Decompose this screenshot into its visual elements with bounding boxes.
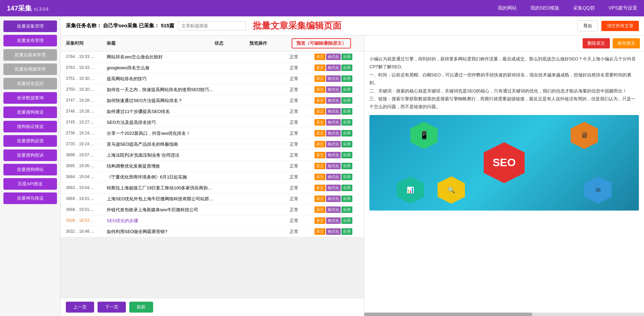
btn-yuanwen[interactable]: 原文 xyxy=(314,163,325,169)
table-row[interactable]: 3745．19:27:… SEO方法及提高排名技巧 正常 原文 格式化 应用 xyxy=(61,117,364,128)
btn-yingying[interactable]: 应用 xyxy=(341,163,352,169)
btn-yingying[interactable]: 应用 xyxy=(341,152,352,158)
btn-geishi[interactable]: 格式化 xyxy=(326,75,341,82)
save-original-button[interactable]: 保存原文 xyxy=(613,38,640,48)
btn-yuanwen[interactable]: 原文 xyxy=(314,130,325,137)
table-row[interactable]: 3747．19:28:… 如何快速通过SEO方法提高网站排名？ 正常 原文 格式… xyxy=(61,95,364,106)
btn-yingying[interactable]: 应用 xyxy=(341,141,352,147)
delete-original-button[interactable]: 删除原文 xyxy=(583,38,610,48)
btn-yingying[interactable]: 应用 xyxy=(341,174,352,180)
sidebar-item-collect-manage[interactable]: 批量采集管理 xyxy=(3,20,57,32)
btn-yingying[interactable]: 应用 xyxy=(341,185,352,191)
table-row[interactable]: 3683．19:04:… 特斯拉上海超级工厂19日复工推动100多家供应商协..… xyxy=(61,183,364,193)
table-scroll[interactable]: 3764．19:33:… 网站排名seo怎么做会比较好 正常 原文 格式化 应用… xyxy=(61,52,364,298)
preview-header-box[interactable]: 预览（可编辑/删除原文） xyxy=(292,38,351,48)
table-row[interactable]: 3685．19:05:… 结构调整优化发展提质增效 正常 原文 格式化 应用 xyxy=(61,161,364,172)
prev-page-button[interactable]: 上一页 xyxy=(66,302,94,313)
table-row[interactable]: 3735．19:24:… 亚马逊SEO提高产品排名的终极指南 正常 原文 格式化… xyxy=(61,139,364,150)
table-row[interactable]: 3751．19:30:… 提高网站排名的技巧 正常 原文 格式化 应用 xyxy=(61,73,364,84)
btn-yuanwen[interactable]: 原文 xyxy=(314,119,325,126)
btn-geishi[interactable]: 格式化 xyxy=(326,119,341,126)
table-row[interactable]: 3698．19:07:… 上海法院判决'负面压制业务'合同违法 正常 原文 格式… xyxy=(61,150,364,161)
btn-yingying[interactable]: 应用 xyxy=(341,228,352,235)
sidebar-item-publish-manage[interactable]: 批量发布管理 xyxy=(3,35,57,46)
btn-yuanwen[interactable]: 原文 xyxy=(314,86,325,93)
cell-title: SEO方法及提高排名技巧 xyxy=(107,119,280,126)
table-row[interactable]: 3668．19:01:… 外链代发包收录上海新媒体seo牛巨微科技公司 正常 原… xyxy=(61,204,364,215)
sidebar-item-sogou-verify[interactable]: 搜狗验证推送 xyxy=(3,121,57,132)
btn-yuanwen[interactable]: 原文 xyxy=(314,64,325,71)
btn-geishi[interactable]: 格式化 xyxy=(326,108,341,115)
sidebar-item-record-query[interactable]: 收录数据查询 xyxy=(3,92,57,104)
btn-yuanwen[interactable]: 原文 xyxy=(314,108,325,115)
refresh-button[interactable]: 刷新 xyxy=(129,302,153,313)
btn-yingying[interactable]: 应用 xyxy=(341,217,352,224)
btn-yuanwen[interactable]: 原文 xyxy=(314,217,325,224)
btn-geishi[interactable]: 格式化 xyxy=(326,97,341,104)
sidebar-item-video-manage[interactable]: 批量短视频管理 xyxy=(3,63,57,75)
table-row[interactable]: 3750．19:30:… 如何在一天之内，快速提高网站排名的使用SEO技巧...… xyxy=(61,84,364,95)
table-row[interactable]: 3684．19:04:… 《宁夏优化营商环境条例》6月1日起实施 正常 原文 格… xyxy=(61,172,364,183)
btn-yuanwen[interactable]: 原文 xyxy=(314,75,325,82)
nav-my-site[interactable]: 我的网站 xyxy=(498,5,517,11)
preview-content[interactable]: 小编认为就是通过引擎，得到好的，获得更多网站度我们称作流量，最后成成交。那么到底… xyxy=(364,52,644,313)
sidebar-item-sogou-push[interactable]: 批量搜狗推送 xyxy=(3,106,57,118)
btn-yuanwen[interactable]: 原文 xyxy=(314,97,325,104)
btn-yuanwen[interactable]: 原文 xyxy=(314,206,325,213)
btn-geishi[interactable]: 格式化 xyxy=(326,228,341,235)
btn-geishi[interactable]: 格式化 xyxy=(326,196,341,202)
table-row[interactable]: 3669．19:01:… 上海SEO优化外包上海牛巨微网络科技有限公司站群...… xyxy=(61,193,364,204)
sidebar-item-sogou-complaint[interactable]: 批量搜狗投诉 xyxy=(3,149,57,161)
cell-action: 原文 格式化 应用 xyxy=(308,86,359,93)
btn-yuanwen[interactable]: 原文 xyxy=(314,54,325,60)
btn-yuanwen[interactable]: 原文 xyxy=(314,141,325,147)
btn-geishi[interactable]: 格式化 xyxy=(326,185,341,191)
export-button[interactable]: 导出 xyxy=(577,20,598,31)
next-page-button[interactable]: 下一页 xyxy=(98,302,126,313)
table-row[interactable]: 3764．19:33:… 网站排名seo怎么做会比较好 正常 原文 格式化 应用 xyxy=(61,52,364,62)
sidebar-item-baidu-api[interactable]: 百度API推送 xyxy=(3,178,57,190)
sidebar-item-sogou-bind[interactable]: 批量搜狗绑站 xyxy=(3,164,57,175)
btn-yingying[interactable]: 应用 xyxy=(341,206,352,213)
btn-geishi[interactable]: 格式化 xyxy=(326,152,341,158)
btn-geishi[interactable]: 格式化 xyxy=(326,206,341,213)
btn-yuanwen[interactable]: 原文 xyxy=(314,228,325,235)
btn-yuanwen[interactable]: 原文 xyxy=(314,185,325,191)
btn-yingying[interactable]: 应用 xyxy=(341,64,352,71)
btn-yingying[interactable]: 应用 xyxy=(341,86,352,93)
btn-yingying[interactable]: 应用 xyxy=(341,97,352,104)
btn-yingying[interactable]: 应用 xyxy=(341,108,352,115)
btn-yuanwen[interactable]: 原文 xyxy=(314,196,325,202)
nav-my-seo[interactable]: 我的SEO模版 xyxy=(530,5,560,11)
search-input[interactable] xyxy=(178,21,246,30)
btn-yuanwen[interactable]: 原文 xyxy=(314,174,325,180)
sidebar-item-rank-monitor[interactable]: 批量排名监控 xyxy=(3,78,57,89)
btn-geishi[interactable]: 格式化 xyxy=(326,86,341,93)
btn-geishi[interactable]: 格式化 xyxy=(326,174,341,180)
btn-yingying[interactable]: 应用 xyxy=(341,75,352,82)
btn-yingying[interactable]: 应用 xyxy=(341,119,352,126)
btn-yingying[interactable]: 应用 xyxy=(341,130,352,137)
btn-geishi[interactable]: 格式化 xyxy=(326,54,341,60)
table-row[interactable]: 3632．18:48:… 如何利用SEO做全网霸屏营销? 正常 原文 格式化 应… xyxy=(61,226,364,237)
btn-yingying[interactable]: 应用 xyxy=(341,196,352,202)
sidebar-item-shenma-push[interactable]: 批量神马推送 xyxy=(3,192,57,204)
table-row[interactable]: 3746．19:28:… 如何通过11个步骤提高SEO排名 正常 原文 格式化 … xyxy=(61,106,364,117)
table-row[interactable]: 3763．19:33:… googleseo排名怎么做 正常 原文 格式化 应用 xyxy=(61,62,364,73)
btn-geishi[interactable]: 格式化 xyxy=(326,217,341,224)
cell-action: 原文 格式化 应用 xyxy=(308,196,359,202)
table-row[interactable]: 3736．19:24:… 分享一个2022新风口，抖音seo优化排名！ 正常 原… xyxy=(61,128,364,139)
nav-vps-setting[interactable]: VPS拨号设置 xyxy=(609,5,637,11)
sidebar-item-media-manage[interactable]: 批量自媒体管理 xyxy=(3,49,57,61)
horizontal-scrollbar[interactable] xyxy=(364,313,644,316)
clear-all-button[interactable]: 清空所有文章 xyxy=(601,21,639,31)
btn-geishi[interactable]: 格式化 xyxy=(326,130,341,137)
btn-yuanwen[interactable]: 原文 xyxy=(314,152,325,158)
sidebar-item-sogou-feedback[interactable]: 批量搜狗反馈 xyxy=(3,135,57,147)
nav-collect-qq[interactable]: 采集QQ群 xyxy=(573,5,595,11)
btn-geishi[interactable]: 格式化 xyxy=(326,64,341,71)
btn-yingying[interactable]: 应用 xyxy=(341,54,352,60)
table-row[interactable]: 3638．18:53:… SEO优化的步骤 正常 原文 格式化 应用 xyxy=(61,215,364,226)
btn-geishi[interactable]: 格式化 xyxy=(326,163,341,169)
btn-geishi[interactable]: 格式化 xyxy=(326,141,341,147)
